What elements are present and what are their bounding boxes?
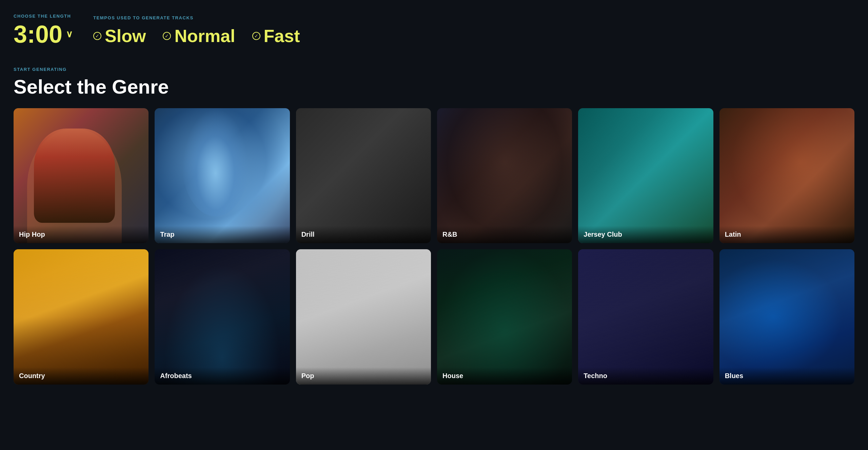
genre-label-jersey-club: Jersey Club (578, 226, 713, 243)
genre-card-latin[interactable]: Latin (719, 108, 854, 243)
length-area: CHOOSE THE LENGTH 3:00 ∨ (14, 14, 73, 46)
genre-card-jersey-club[interactable]: Jersey Club (578, 108, 713, 243)
genre-label-house: House (437, 367, 572, 385)
tempo-slow-label: Slow (105, 27, 146, 45)
genre-label-hip-hop: Hip Hop (14, 226, 149, 243)
top-controls: CHOOSE THE LENGTH 3:00 ∨ TEMPOS USED TO … (14, 14, 854, 46)
tempo-fast-label: Fast (264, 27, 300, 45)
tempo-area: TEMPOS USED TO GENERATE TRACKS ✓ Slow ✓ … (93, 15, 300, 45)
tempo-normal[interactable]: ✓ Normal (163, 27, 235, 45)
trap-smoke (182, 108, 249, 216)
genre-label-pop: Pop (296, 367, 431, 385)
genre-section-label: START GENERATING (14, 67, 854, 72)
genre-grid-row1: Hip Hop Trap Drill R&B Jersey Club (14, 108, 854, 243)
genre-label-trap: Trap (155, 226, 290, 243)
genre-card-trap[interactable]: Trap (155, 108, 290, 243)
genre-grid-row2: Country Afrobeats Pop House (14, 249, 854, 384)
genre-label-techno: Techno (578, 367, 713, 385)
genre-card-house[interactable]: House (437, 249, 572, 384)
genre-card-techno[interactable]: Techno (578, 249, 713, 384)
genre-label-country: Country (14, 367, 149, 385)
genre-title: Select the Genre (14, 75, 854, 98)
genre-label-drill: Drill (296, 226, 431, 243)
tempo-fast-check: ✓ (252, 32, 260, 40)
length-value[interactable]: 3:00 ∨ (14, 22, 73, 46)
genre-card-afrobeats[interactable]: Afrobeats (155, 249, 290, 384)
genre-card-drill[interactable]: Drill (296, 108, 431, 243)
genre-card-blues[interactable]: Blues (719, 249, 854, 384)
genre-card-pop[interactable]: Pop (296, 249, 431, 384)
tempo-slow-check: ✓ (93, 32, 101, 40)
tempo-fast[interactable]: ✓ Fast (252, 27, 300, 45)
check-icon-3: ✓ (254, 33, 258, 39)
genre-section: START GENERATING Select the Genre Hip Ho… (14, 67, 854, 385)
genre-label-blues: Blues (719, 367, 854, 385)
tempo-normal-check: ✓ (163, 32, 171, 40)
duration-display: 3:00 (14, 22, 62, 46)
tempo-slow[interactable]: ✓ Slow (93, 27, 146, 45)
genre-card-country[interactable]: Country (14, 249, 149, 384)
check-icon: ✓ (95, 33, 99, 39)
hip-hop-figure (34, 129, 115, 223)
chevron-down-icon[interactable]: ∨ (66, 30, 73, 39)
length-label: CHOOSE THE LENGTH (14, 14, 73, 19)
tempo-label: TEMPOS USED TO GENERATE TRACKS (93, 15, 300, 20)
tempo-options: ✓ Slow ✓ Normal ✓ Fast (93, 27, 300, 45)
genre-label-latin: Latin (719, 226, 854, 243)
genre-card-hip-hop[interactable]: Hip Hop (14, 108, 149, 243)
genre-label-rnb: R&B (437, 226, 572, 243)
tempo-normal-label: Normal (174, 27, 235, 45)
genre-label-afrobeats: Afrobeats (155, 367, 290, 385)
check-icon-2: ✓ (165, 33, 169, 39)
genre-card-rnb[interactable]: R&B (437, 108, 572, 243)
